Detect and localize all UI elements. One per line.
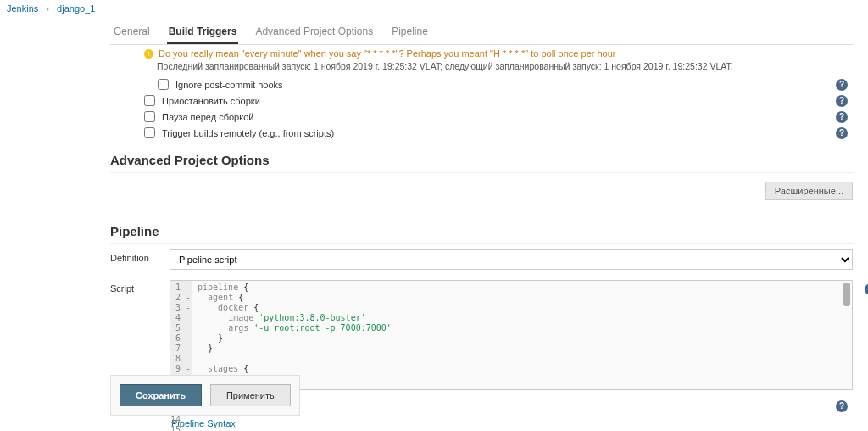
script-editor[interactable]: 1 - 2 - 3 - 4 5 6 7 8 9 - 10 - 11 - 12 1… xyxy=(170,280,853,390)
cron-warning: Do you really mean "every minute" when y… xyxy=(159,48,615,59)
definition-select[interactable]: Pipeline script xyxy=(170,249,853,270)
ignore-post-commit-label: Ignore post-commit hooks xyxy=(175,80,283,90)
trigger-remote-checkbox[interactable] xyxy=(144,127,155,138)
warning-icon: ! xyxy=(144,49,153,59)
chevron-right-icon: › xyxy=(41,3,54,14)
editor-gutter: 1 - 2 - 3 - 4 5 6 7 8 9 - 10 - 11 - 12 1… xyxy=(170,281,192,389)
pause-builds-label: Приостановить сборки xyxy=(162,96,260,106)
section-pipeline: Pipeline xyxy=(110,212,853,244)
editor-code[interactable]: pipeline { agent { docker { image 'pytho… xyxy=(192,281,852,389)
config-tabs: General Build Triggers Advanced Project … xyxy=(110,17,853,45)
tab-general[interactable]: General xyxy=(112,22,152,44)
help-icon[interactable]: ? xyxy=(836,79,848,91)
schedule-info: Последний запланированный запуск: 1 нояб… xyxy=(110,60,853,76)
section-advanced-options: Advanced Project Options xyxy=(110,141,853,173)
help-icon[interactable]: ? xyxy=(836,111,848,123)
breadcrumb: Jenkins › django_1 xyxy=(0,0,868,17)
footer-buttons: Сохранить Применить xyxy=(110,375,300,416)
tab-advanced-project-options[interactable]: Advanced Project Options xyxy=(253,22,375,44)
help-icon[interactable]: ? xyxy=(836,127,848,139)
trigger-remote-label: Trigger builds remotely (e.g., from scri… xyxy=(162,128,334,138)
save-button[interactable]: Сохранить xyxy=(120,384,202,406)
ignore-post-commit-checkbox[interactable] xyxy=(158,79,169,90)
apply-button[interactable]: Применить xyxy=(210,384,291,406)
help-icon[interactable]: ? xyxy=(865,283,868,295)
tab-pipeline[interactable]: Pipeline xyxy=(390,22,430,44)
definition-label: Definition xyxy=(110,249,170,263)
scrollbar-thumb[interactable] xyxy=(843,283,850,306)
advanced-button[interactable]: Расширенные... xyxy=(765,182,853,200)
help-icon[interactable]: ? xyxy=(836,400,848,412)
pause-before-label: Пауза перед сборкой xyxy=(162,112,253,122)
pause-builds-checkbox[interactable] xyxy=(144,95,155,106)
tab-build-triggers[interactable]: Build Triggers xyxy=(167,22,239,44)
breadcrumb-job[interactable]: django_1 xyxy=(57,3,95,14)
pause-before-checkbox[interactable] xyxy=(144,111,155,122)
help-icon[interactable]: ? xyxy=(836,95,848,107)
breadcrumb-root[interactable]: Jenkins xyxy=(7,3,38,14)
script-label: Script xyxy=(110,280,170,294)
